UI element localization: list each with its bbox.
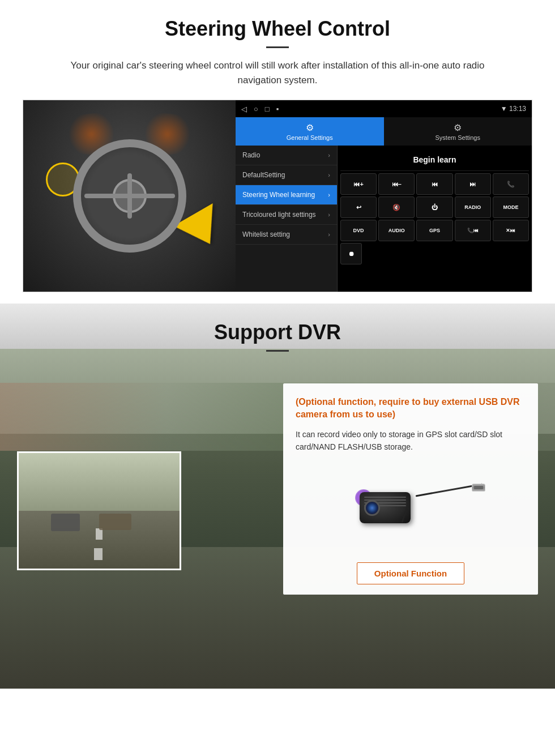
steering-wheel-placeholder	[23, 100, 236, 292]
dvr-left-panel	[17, 383, 272, 570]
home-nav-icon: ○	[254, 105, 258, 113]
menu-arrow-icon: ›	[328, 211, 330, 218]
begin-learn-label[interactable]: Begin learn	[340, 148, 529, 171]
android-statusbar: ◁ ○ □ ▪ ▼ 13:13	[236, 100, 532, 117]
menu-item-radio[interactable]: Radio ›	[236, 146, 337, 165]
menu-arrow-icon: ›	[328, 172, 330, 178]
dvr-title-area: Support DVR	[0, 304, 555, 372]
dvr-thumb-road	[19, 511, 180, 569]
usb-plug	[472, 484, 485, 492]
steering-wheel-graphic	[73, 139, 186, 253]
menu-item-whitelist-label: Whitelist setting	[242, 230, 290, 238]
recents-nav-icon: □	[265, 105, 270, 113]
subtitle-text: Your original car's steering wheel contr…	[51, 58, 504, 87]
menu-nav-icon: ▪	[276, 105, 279, 113]
nav-icons: ◁ ○ □ ▪	[241, 105, 279, 113]
control-button-grid: ⏮+ ⏮– ⏮ ⏭ 📞	[340, 173, 529, 195]
camera-lens	[364, 500, 380, 516]
skip-next-button[interactable]: ✕⏭	[493, 220, 529, 241]
menu-item-tricoloured-label: Tricoloured light settings	[242, 211, 316, 219]
dvr-title-divider	[266, 350, 289, 352]
dvr-content: (Optional function, require to buy exter…	[0, 372, 555, 612]
mode-button[interactable]: MODE	[493, 197, 529, 218]
support-dvr-section: Support DVR (Optional function, require …	[0, 304, 555, 689]
camera-device-graphic	[331, 469, 490, 549]
wifi-icon: ▼	[501, 105, 509, 113]
hangup-button[interactable]: ↩	[340, 197, 377, 218]
phone-prev-button[interactable]: 📞⏮	[455, 220, 491, 241]
system-settings-icon: ⚙	[454, 122, 462, 133]
radio-button[interactable]: RADIO	[455, 197, 491, 218]
menu-item-tricoloured[interactable]: Tricoloured light settings ›	[236, 205, 337, 225]
title-divider	[266, 46, 289, 48]
prev-track-button[interactable]: ⏮	[416, 173, 452, 195]
steering-wheel-image	[23, 100, 236, 292]
steering-wheel-section: Steering Wheel Control Your original car…	[0, 0, 555, 304]
vol-up-button[interactable]: ⏮+	[340, 173, 377, 195]
menu-arrow-icon: ›	[328, 191, 330, 198]
dvr-info-panel: (Optional function, require to buy exter…	[283, 383, 538, 595]
dvr-description: It can record video only to storage in G…	[296, 428, 526, 454]
gps-button[interactable]: GPS	[416, 220, 452, 241]
dvr-thumb-sky	[19, 453, 180, 511]
tab-system-label: System Settings	[436, 134, 480, 141]
menu-arrow-icon: ›	[328, 231, 330, 238]
tab-general[interactable]: ⚙ General Settings	[236, 117, 384, 146]
mute-button[interactable]: 🔇	[378, 197, 415, 218]
dvr-thumbnail	[17, 451, 181, 570]
phone-button[interactable]: 📞	[493, 173, 529, 195]
page-title: Steering Wheel Control	[23, 17, 532, 41]
clock: 13:13	[509, 105, 526, 113]
tab-general-label: General Settings	[287, 134, 333, 141]
menu-item-default[interactable]: DefaultSetting ›	[236, 165, 337, 185]
settings-menu-list: Radio › DefaultSetting › Steering Wheel …	[236, 146, 338, 292]
arrow-overlay	[179, 212, 224, 258]
menu-item-radio-label: Radio	[242, 151, 260, 159]
general-settings-icon: ⚙	[306, 122, 314, 133]
tab-system[interactable]: ⚙ System Settings	[384, 117, 532, 146]
optional-function-button[interactable]: Optional Function	[357, 562, 464, 584]
menu-arrow-icon: ›	[328, 152, 330, 159]
extra-button-row: ⏺	[340, 243, 529, 264]
spoke-vertical	[127, 173, 132, 219]
vol-down-button[interactable]: ⏮–	[378, 173, 415, 195]
status-time: ▼ 13:13	[501, 105, 526, 113]
dvr-title: Support DVR	[0, 321, 555, 344]
audio-button[interactable]: AUDIO	[378, 220, 415, 241]
next-track-button[interactable]: ⏭	[455, 173, 491, 195]
android-ui: ◁ ○ □ ▪ ▼ 13:13 ⚙ General Settings ⚙	[236, 100, 532, 292]
control-button-grid-row2: ↩ 🔇 ⏻ RADIO MODE	[340, 197, 529, 218]
menu-item-steering-label: Steering Wheel learning	[242, 191, 315, 199]
settings-tabs: ⚙ General Settings ⚙ System Settings	[236, 117, 532, 146]
dvd-button[interactable]: DVD	[340, 220, 377, 241]
control-buttons-area: Begin learn ⏮+ ⏮– ⏮ ⏭ 📞 ↩ 🔇 ⏻ RAD	[338, 146, 532, 292]
demo-panel: ◁ ○ □ ▪ ▼ 13:13 ⚙ General Settings ⚙	[23, 100, 532, 292]
dvr-optional-note: (Optional function, require to buy exter…	[296, 396, 526, 421]
back-nav-icon: ◁	[241, 105, 247, 113]
menu-item-whitelist[interactable]: Whitelist setting ›	[236, 225, 337, 245]
dvr-camera-illustration	[296, 464, 526, 554]
menu-item-steering[interactable]: Steering Wheel learning ›	[236, 185, 337, 205]
menu-item-default-label: DefaultSetting	[242, 171, 285, 179]
android-body: Radio › DefaultSetting › Steering Wheel …	[236, 146, 532, 292]
dvd-button-row: DVD AUDIO GPS 📞⏮ ✕⏭	[340, 220, 529, 241]
record-button[interactable]: ⏺	[340, 243, 362, 264]
power-button[interactable]: ⏻	[416, 197, 452, 218]
